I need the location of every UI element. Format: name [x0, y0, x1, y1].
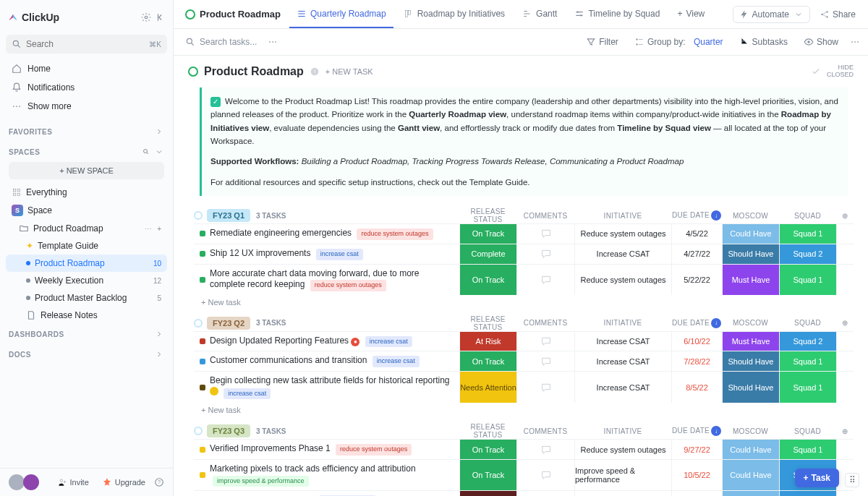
- task-search[interactable]: Search tasks...: [179, 34, 263, 50]
- comments-cell[interactable]: [516, 351, 574, 371]
- list-status-icon[interactable]: [188, 67, 198, 77]
- settings-icon[interactable]: [141, 12, 151, 22]
- task-status-square[interactable]: [200, 359, 205, 364]
- comments-cell[interactable]: [516, 265, 574, 295]
- due-date-cell[interactable]: 5/22/22: [671, 265, 722, 295]
- task-row[interactable]: Remediate engineering emergencies reduce…: [194, 223, 854, 244]
- add-view-button[interactable]: +View: [670, 0, 712, 28]
- user-avatar[interactable]: [9, 474, 25, 490]
- help-icon[interactable]: ?: [154, 477, 164, 487]
- initiative-cell[interactable]: Increase CSAT: [574, 244, 671, 264]
- tree-item-release-notes[interactable]: Release Notes: [6, 307, 167, 324]
- squad-cell[interactable]: Squad 1: [779, 224, 836, 244]
- collapse-group-icon[interactable]: [194, 319, 203, 328]
- tree-item-product-roadmap[interactable]: Product Roadmap10: [6, 255, 167, 272]
- subheader-overflow-icon[interactable]: ⋯: [848, 37, 862, 47]
- favorites-header[interactable]: FAVORITES: [0, 121, 173, 142]
- squad-cell[interactable]: Squad 1: [779, 440, 836, 459]
- comments-cell[interactable]: [516, 491, 574, 496]
- new-task-link[interactable]: + New task: [194, 403, 854, 417]
- task-name-cell[interactable]: Verified Improvements Phase 1 reduce sys…: [194, 440, 459, 459]
- moscow-cell[interactable]: Could Have: [722, 460, 779, 490]
- groupby-button[interactable]: Group by: Quarter: [628, 33, 730, 51]
- breadcrumb[interactable]: Product Roadmap: [179, 9, 286, 20]
- filter-button[interactable]: Filter: [579, 33, 625, 51]
- task-row[interactable]: Bulk-Editing Improvements improve usabil…: [194, 490, 854, 496]
- task-row[interactable]: Marketing pixels to track ads efficiency…: [194, 459, 854, 490]
- task-row[interactable]: Design Updated Reporting Features ● incr…: [194, 331, 854, 351]
- moscow-cell[interactable]: Could Have: [722, 440, 779, 459]
- comments-cell[interactable]: [516, 440, 574, 459]
- docs-header[interactable]: DOCS: [0, 344, 173, 364]
- upgrade-button[interactable]: Upgrade: [98, 474, 150, 490]
- task-tag[interactable]: increase csat: [365, 336, 412, 348]
- search-spaces-icon[interactable]: [141, 147, 151, 156]
- show-button[interactable]: Show: [797, 33, 845, 51]
- squad-cell[interactable]: Squad 2: [779, 244, 836, 264]
- group-pill[interactable]: FY23 Q1: [207, 209, 250, 222]
- task-name-cell[interactable]: Bulk-Editing Improvements improve usabil…: [194, 491, 459, 496]
- moscow-cell[interactable]: Could Have: [722, 491, 779, 496]
- task-row[interactable]: Begin collecting new task attribute fiel…: [194, 371, 854, 403]
- nav-notifications[interactable]: Notifications: [6, 78, 167, 97]
- initiative-cell[interactable]: Reduce system outages: [574, 265, 671, 295]
- tree-everything[interactable]: Everything: [6, 184, 167, 201]
- task-name-cell[interactable]: Design Updated Reporting Features ● incr…: [194, 332, 459, 351]
- automate-button[interactable]: Automate: [733, 6, 810, 23]
- header-new-task[interactable]: + NEW TASK: [326, 67, 373, 76]
- chevron-down-icon[interactable]: [154, 147, 164, 156]
- task-tag[interactable]: increase csat: [316, 249, 363, 260]
- task-status-square[interactable]: [200, 277, 205, 283]
- tab-gantt[interactable]: Gantt: [515, 0, 564, 28]
- tree-item-weekly-exec[interactable]: Weekly Execution12: [6, 272, 167, 289]
- tree-item-backlog[interactable]: Product Master Backlog5: [6, 289, 167, 307]
- add-column-icon[interactable]: ⊕: [836, 319, 854, 327]
- squad-cell[interactable]: Squad 1: [779, 265, 836, 295]
- moscow-cell[interactable]: Could Have: [722, 224, 779, 244]
- logo[interactable]: ClickUp: [7, 12, 59, 23]
- initiative-cell[interactable]: Increase CSAT: [574, 372, 671, 403]
- task-tag[interactable]: increase csat: [224, 388, 271, 400]
- task-status-square[interactable]: [200, 447, 205, 453]
- group-pill[interactable]: FY23 Q2: [207, 317, 250, 330]
- collapse-group-icon[interactable]: [194, 427, 203, 435]
- task-tag[interactable]: reduce system outages: [357, 228, 433, 240]
- subheader-more-icon[interactable]: ⋯: [265, 37, 280, 47]
- due-date-cell[interactable]: 8/5/22: [671, 372, 722, 403]
- nav-showmore[interactable]: Show more: [6, 97, 167, 116]
- comments-cell[interactable]: [516, 372, 574, 403]
- new-space-button[interactable]: + NEW SPACE: [9, 162, 164, 179]
- new-task-fab[interactable]: +Task: [795, 469, 839, 487]
- squad-cell[interactable]: Squad 1: [779, 351, 836, 371]
- collapse-sidebar-icon[interactable]: [156, 12, 166, 22]
- moscow-cell[interactable]: Should Have: [722, 351, 779, 371]
- squad-cell[interactable]: Squad 2: [779, 332, 836, 351]
- initiative-cell[interactable]: Increase CSAT: [574, 332, 671, 351]
- tree-item-template-guide[interactable]: ✦Template Guide: [6, 237, 167, 255]
- task-name-cell[interactable]: Remediate engineering emergencies reduce…: [194, 224, 459, 244]
- sort-badge-icon[interactable]: ↓: [711, 318, 721, 328]
- task-name-cell[interactable]: Customer communications and transition i…: [194, 351, 459, 371]
- moscow-cell[interactable]: Must Have: [722, 332, 779, 351]
- due-date-cell[interactable]: 6/10/22: [671, 332, 722, 351]
- task-name-cell[interactable]: More accurate chart data moving forward,…: [194, 265, 459, 295]
- release-status-cell[interactable]: On Track: [459, 224, 516, 244]
- release-status-cell[interactable]: Needs Attention: [459, 372, 516, 403]
- moscow-cell[interactable]: Must Have: [722, 265, 779, 295]
- task-status-square[interactable]: [200, 385, 205, 390]
- task-row[interactable]: More accurate chart data moving forward,…: [194, 264, 854, 295]
- comments-cell[interactable]: [516, 244, 574, 264]
- nav-home[interactable]: Home: [6, 59, 167, 78]
- release-status-cell[interactable]: At Risk: [459, 332, 516, 351]
- add-column-icon[interactable]: ⊕: [836, 427, 854, 435]
- folder-more-icon[interactable]: ⋯: [142, 225, 155, 233]
- check-icon[interactable]: [811, 67, 821, 77]
- invite-button[interactable]: Invite: [53, 474, 93, 490]
- release-status-cell[interactable]: Blocked: [459, 491, 516, 496]
- task-tag[interactable]: reduce system outages: [310, 280, 386, 291]
- sort-badge-icon[interactable]: ↓: [711, 426, 721, 436]
- tab-timeline[interactable]: Timeline by Squad: [567, 0, 667, 28]
- group-pill[interactable]: FY23 Q3: [207, 424, 250, 437]
- task-name-cell[interactable]: Marketing pixels to track ads efficiency…: [194, 460, 459, 490]
- comments-cell[interactable]: [516, 332, 574, 351]
